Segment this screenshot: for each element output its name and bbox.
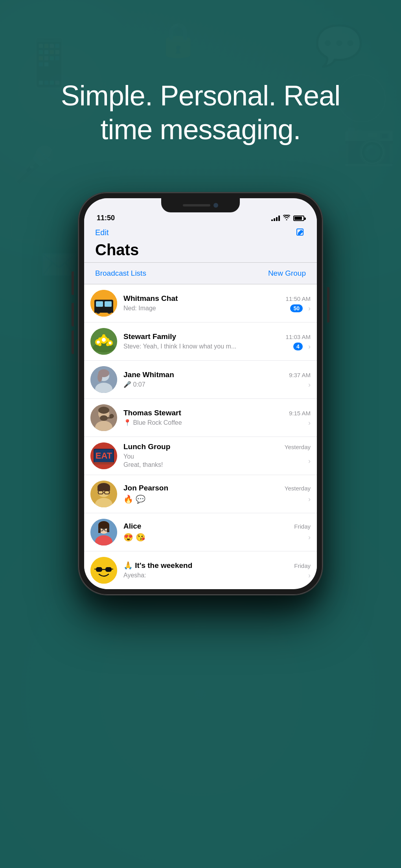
chat-content-weekend: 🙏 It's the weekend Friday Ayesha: › [123,561,311,580]
broadcast-lists-button[interactable]: Broadcast Lists [95,269,146,278]
chat-item-jon-pearson[interactable]: Jon Pearson Yesterday 🔥 💬 › [84,475,317,513]
svg-rect-16 [105,301,112,307]
avatar-lunch-group: EAT [90,442,117,469]
chat-preview-thomas-stewart: 📍 Blue Rock Coffee [123,419,182,427]
chat-content-alice: Alice Friday 😍 😘 › [123,522,311,542]
phone-notch [161,198,240,212]
svg-rect-19 [94,310,113,313]
chat-time-lunch-group: Yesterday [285,444,311,450]
chat-preview-jon-pearson: 🔥 💬 [123,494,145,504]
svg-text:🎤: 🎤 [12,144,56,186]
chevron-jon-pearson: › [308,495,311,503]
chat-preview-alice: 😍 😘 [123,532,145,542]
signal-icon [271,216,280,221]
chat-content-jon-pearson: Jon Pearson Yesterday 🔥 💬 › [123,484,311,504]
chat-item-whitmans[interactable]: Whitmans Chat 11:50 AM Ned: Image 50 [84,284,317,323]
chat-name-weekend: 🙏 It's the weekend [123,561,192,570]
chat-name-whitmans: Whitmans Chat [123,294,178,303]
chat-item-jane-whitman[interactable]: Jane Whitman 9:37 AM 🎤 0:07 › [84,361,317,399]
chat-content-jane-whitman: Jane Whitman 9:37 AM 🎤 0:07 › [123,370,311,389]
svg-point-41 [98,407,109,414]
phone-mockup: 11:50 [79,193,322,595]
chevron-stewart-family: › [308,343,311,351]
chat-item-weekend[interactable]: 🙏 It's the weekend Friday Ayesha: › [84,551,317,589]
svg-point-28 [102,334,105,337]
svg-rect-11 [350,177,373,208]
avatar-jane-whitman [90,366,117,393]
chat-name-stewart-family: Stewart Family [123,332,176,341]
svg-point-32 [98,337,101,341]
chat-time-stewart-family: 11:03 AM [286,334,311,340]
chevron-jane-whitman: › [308,381,311,389]
chevron-alice: › [308,533,311,542]
chat-content-whitmans: Whitmans Chat 11:50 AM Ned: Image 50 [123,294,311,313]
status-time: 11:50 [97,214,115,222]
chat-item-stewart-family[interactable]: Stewart Family 11:03 AM Steve: Yeah, I t… [84,323,317,361]
wifi-icon [283,215,290,222]
chat-preview-lunch-group: YouGreat, thanks! [123,453,163,469]
svg-point-26 [102,338,106,342]
chat-time-alice: Friday [294,523,311,530]
speaker [183,204,210,206]
chat-item-thomas-stewart[interactable]: Thomas Stewart 9:15 AM 📍 Blue Rock Coffe… [84,399,317,437]
avatar-thomas-stewart [90,404,117,431]
chat-preview-weekend: Ayesha: [123,571,146,580]
svg-rect-10 [12,216,43,240]
chat-preview-jane-whitman: 🎤 0:07 [123,381,145,389]
battery-icon [293,216,304,221]
svg-text:💬: 💬 [315,22,364,69]
chat-time-jane-whitman: 9:37 AM [289,372,311,378]
chevron-thomas-stewart: › [308,419,311,427]
chat-time-thomas-stewart: 9:15 AM [289,410,311,416]
hero-tagline: Simple. Personal. Real time messaging. [0,79,401,147]
svg-rect-15 [96,301,103,307]
chat-name-lunch-group: Lunch Group [123,442,170,451]
edit-button[interactable]: Edit [95,228,109,237]
chat-time-whitmans: 11:50 AM [286,295,311,302]
chat-name-alice: Alice [123,522,141,531]
page-title: Chats [95,241,306,258]
chevron-lunch-group: › [308,457,311,465]
avatar-jon-pearson [90,481,117,507]
chat-item-alice[interactable]: Alice Friday 😍 😘 › [84,513,317,551]
avatar-whitmans [90,290,117,317]
avatar-alice [90,519,117,545]
chat-content-lunch-group: Lunch Group Yesterday YouGreat, thanks! … [123,442,311,469]
avatar-stewart-family [90,328,117,355]
status-icons [271,215,304,222]
chat-content-thomas-stewart: Thomas Stewart 9:15 AM 📍 Blue Rock Coffe… [123,409,311,427]
chat-list: Whitmans Chat 11:50 AM Ned: Image 50 [84,284,317,589]
action-row: Broadcast Lists New Group [84,263,317,284]
svg-text:EAT: EAT [96,451,112,461]
svg-text:🔒: 🔒 [157,20,199,60]
chevron-whitmans: › [308,304,311,313]
svg-rect-72 [105,567,112,572]
svg-point-31 [98,343,101,346]
chat-content-stewart-family: Stewart Family 11:03 AM Steve: Yeah, I t… [123,332,311,351]
chat-name-thomas-stewart: Thomas Stewart [123,409,181,417]
chat-preview-whitmans: Ned: Image [123,304,156,313]
svg-point-30 [106,343,109,346]
app-header: Edit Chats [84,225,317,262]
chat-name-jane-whitman: Jane Whitman [123,370,174,379]
badge-stewart-family: 4 [293,343,303,350]
camera [213,203,218,208]
avatar-weekend [90,557,117,584]
chat-time-weekend: Friday [294,562,311,569]
badge-whitmans: 50 [290,304,303,312]
svg-point-44 [110,414,114,418]
chat-item-lunch-group[interactable]: EAT Lunch Group Yesterday YouGreat, t [84,437,317,475]
chat-time-jon-pearson: Yesterday [285,485,311,492]
chevron-weekend: › [308,571,311,580]
chat-preview-stewart-family: Steve: Yeah, I think I know what you m..… [123,343,236,351]
svg-rect-49 [94,462,114,464]
svg-point-29 [106,338,109,341]
svg-rect-54 [97,487,110,491]
compose-button[interactable] [295,227,306,238]
new-group-button[interactable]: New Group [268,269,306,278]
chat-name-jon-pearson: Jon Pearson [123,484,168,492]
svg-rect-64 [98,525,101,533]
svg-point-37 [97,372,102,382]
svg-rect-71 [96,567,102,572]
